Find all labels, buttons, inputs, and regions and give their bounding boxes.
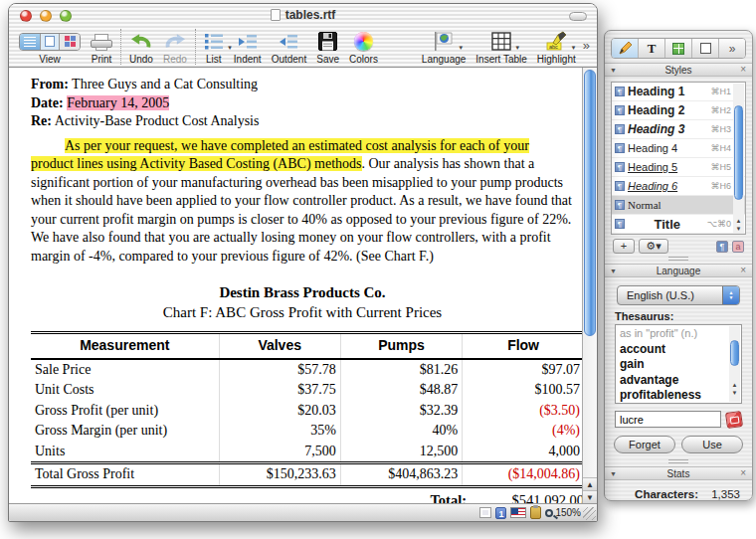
- page-view-icon[interactable]: [479, 507, 491, 518]
- pencil-icon: [618, 41, 633, 56]
- close-icon[interactable]: ×: [740, 65, 746, 75]
- scroll-down-icon[interactable]: ▼: [733, 226, 744, 232]
- styles-scrollbar-thumb[interactable]: [734, 105, 743, 200]
- palette-divider-grip[interactable]: [668, 459, 688, 463]
- zoom-level: 150%: [555, 507, 581, 518]
- thesaurus-item[interactable]: profitableness: [620, 388, 727, 404]
- paragraph-style-icon: ¶: [615, 219, 625, 229]
- save-button[interactable]: Save: [316, 30, 339, 65]
- paragraph-style-icon: ¶: [615, 105, 625, 115]
- view-control[interactable]: View: [19, 30, 81, 65]
- use-button[interactable]: Use: [681, 436, 743, 453]
- scroll-up-icon[interactable]: ▲: [733, 218, 744, 224]
- scroll-up-button[interactable]: ▲: [583, 477, 597, 490]
- style-item-title[interactable]: ¶ Title ⌥⌘0: [612, 215, 745, 234]
- document-page[interactable]: From: Three Guys and a Cat Consulting Da…: [9, 68, 582, 503]
- table-row: Sale Price$57.78$81.26$97.07: [31, 359, 582, 381]
- table-total-row: Total Gross Profit$150,233.63$404,863.23…: [31, 463, 582, 487]
- toolbar-toggle-button[interactable]: [569, 12, 587, 21]
- window-title: tables.rtf: [9, 8, 597, 22]
- svg-text:abc: abc: [549, 44, 558, 50]
- language-button[interactable]: ▾ Language: [422, 30, 467, 65]
- us-flag-icon[interactable]: [510, 507, 526, 518]
- forget-button[interactable]: Forget: [614, 436, 675, 453]
- style-shortcut: ⌘H3: [710, 124, 731, 134]
- document-icon: [271, 9, 281, 21]
- add-style-button[interactable]: +: [613, 239, 635, 254]
- paragraph-style-icon: ¶: [615, 181, 625, 191]
- memo-body: From: Three Guys and a Cat Consulting Da…: [31, 76, 574, 503]
- popup-stepper-icon: ▲▼: [722, 286, 739, 304]
- insert-table-button[interactable]: ▾ Highlight Insert Table: [475, 30, 527, 65]
- scroll-down-icon[interactable]: ▼: [729, 386, 740, 402]
- style-item-normal[interactable]: ¶ Normal: [612, 196, 745, 215]
- palette-tab-bar: T »: [611, 38, 746, 59]
- thesaurus-scrollbar-thumb[interactable]: [730, 340, 739, 366]
- scroll-down-button[interactable]: ▼: [583, 490, 597, 503]
- memo-re-line: Re: Activity-Base Product Cost Analysis: [31, 112, 574, 131]
- clipboard-icon[interactable]: [530, 506, 541, 519]
- paragraph-styles-toggle[interactable]: ¶: [716, 241, 728, 253]
- section-indicator-icon[interactable]: 1: [495, 507, 506, 519]
- printer-icon: [91, 33, 112, 51]
- table-row: Gross Profit (per unit)$20.03$32.39($3.5…: [31, 401, 582, 422]
- tab-format[interactable]: [612, 39, 638, 58]
- vertical-scrollbar[interactable]: ▲ ▼: [582, 68, 597, 503]
- tab-more[interactable]: »: [718, 39, 745, 58]
- stats-section-header[interactable]: ▼ Stats ×: [605, 466, 752, 480]
- thesaurus-item[interactable]: advantage: [620, 373, 727, 389]
- outdent-button[interactable]: Outdent: [272, 30, 307, 65]
- style-options-button[interactable]: ⚙▾: [639, 239, 668, 254]
- title-bar[interactable]: tables.rtf: [9, 4, 597, 27]
- list-button[interactable]: ▾ List: [204, 30, 224, 65]
- palette-divider-grip[interactable]: [668, 257, 688, 261]
- close-icon[interactable]: ×: [740, 266, 746, 275]
- style-item-heading6[interactable]: ¶ Heading 6 ⌘H6: [612, 177, 745, 196]
- print-button[interactable]: Print: [91, 30, 112, 65]
- table-icon: [672, 43, 684, 55]
- toolbar: View Print Undo Redo ▾ List: [9, 27, 597, 68]
- style-item-heading1[interactable]: ¶ Heading 1 ⌘H1: [612, 83, 745, 101]
- abc-gross-profit-table: Measurement Valves Pumps Flow Sale Price…: [31, 331, 582, 488]
- language-popup[interactable]: English (U.S.) ▲▼: [617, 285, 740, 305]
- thesaurus-sense: as in "profit" (n.): [620, 326, 727, 342]
- thesaurus-item[interactable]: gain: [620, 357, 727, 373]
- highlight-button[interactable]: abc▾ Highlight: [537, 30, 576, 65]
- undo-button[interactable]: Undo: [129, 30, 153, 65]
- thesaurus-scrollbar[interactable]: ▲ ▼: [729, 326, 740, 402]
- view-segmented-icon[interactable]: [19, 33, 81, 51]
- style-item-heading3[interactable]: ¶ Heading 3 ⌘H3: [612, 120, 745, 139]
- styles-footer: + ⚙▾ ¶ a: [613, 239, 744, 254]
- table-row: Units7,50012,5004,000: [31, 442, 582, 463]
- table-row: Unit Costs$37.75$48.87$100.57: [31, 380, 582, 401]
- styles-section-header[interactable]: ▼ Styles ×: [605, 63, 752, 77]
- tab-text[interactable]: T: [638, 39, 664, 58]
- analysis-paragraph: As per your request, we have completed a…: [31, 137, 574, 267]
- redo-button[interactable]: Redo: [163, 30, 187, 65]
- tab-section[interactable]: [691, 39, 718, 58]
- style-item-heading5[interactable]: ¶ Heading 5 ⌘H5: [612, 158, 745, 177]
- table-header-row: Measurement Valves Pumps Flow: [31, 333, 582, 359]
- gear-icon: ⚙: [646, 240, 656, 252]
- style-shortcut: ⌘H5: [710, 162, 731, 172]
- tab-table[interactable]: [664, 39, 691, 58]
- zoom-control[interactable]: 150%: [545, 507, 581, 518]
- dictionary-icon[interactable]: [725, 410, 743, 428]
- language-section-header[interactable]: ▼ Language ×: [605, 264, 752, 277]
- caret-down-icon: ▾: [460, 44, 464, 52]
- colors-button[interactable]: Colors: [349, 30, 378, 65]
- thesaurus-word-input[interactable]: [615, 411, 721, 428]
- close-icon[interactable]: ×: [740, 468, 746, 478]
- style-item-heading4[interactable]: ¶ Heading 4 ⌘H4: [612, 139, 745, 158]
- style-item-heading2[interactable]: ¶ Heading 2 ⌘H2: [612, 101, 745, 120]
- style-shortcut: ⌘H1: [710, 87, 731, 96]
- resize-grip[interactable]: [583, 507, 596, 520]
- paragraph-style-icon: ¶: [615, 200, 625, 210]
- scrollbar-thumb[interactable]: [584, 70, 596, 336]
- styles-title: Styles: [605, 65, 752, 76]
- styles-scrollbar[interactable]: ▲ ▼: [733, 84, 744, 233]
- thesaurus-item[interactable]: account: [620, 342, 727, 358]
- indent-button[interactable]: Indent: [234, 30, 262, 65]
- toolbar-overflow-icon[interactable]: »: [583, 38, 590, 53]
- character-styles-toggle[interactable]: a: [732, 241, 744, 253]
